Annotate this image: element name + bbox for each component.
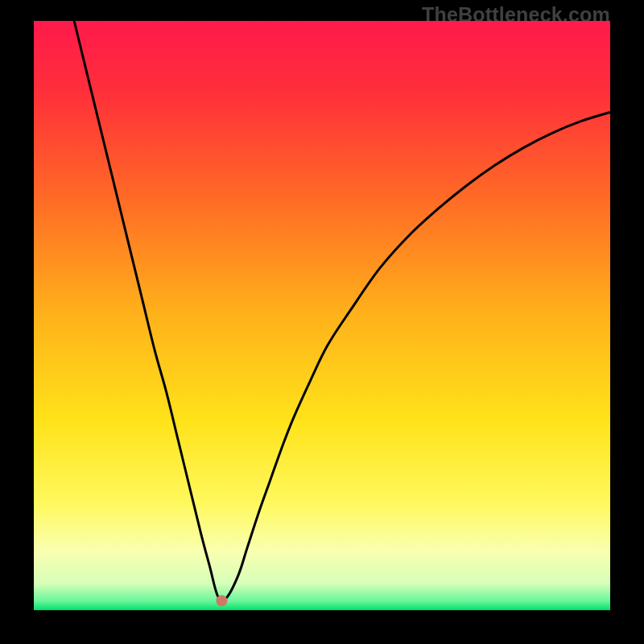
chart-frame: TheBottleneck.com bbox=[0, 0, 644, 644]
bottleneck-chart bbox=[34, 21, 610, 610]
gradient-background bbox=[34, 21, 610, 610]
plot-area bbox=[34, 21, 610, 610]
optimal-point-marker bbox=[216, 595, 227, 606]
